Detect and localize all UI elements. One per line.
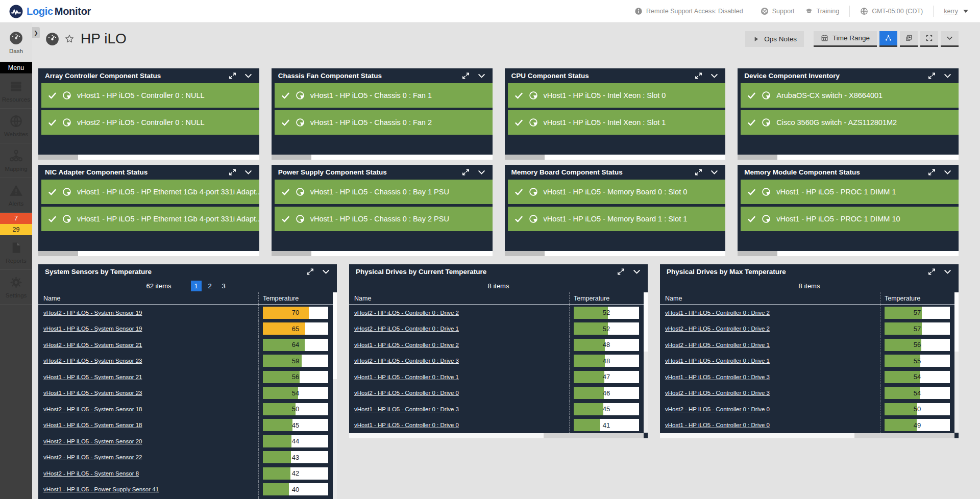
sensor-link[interactable]: vHost1 - HP iLO5 - System Sensor 23 [38, 390, 258, 396]
vertical-scrollbar[interactable] [644, 292, 648, 433]
widget-menu-chevron-icon[interactable] [710, 71, 719, 80]
horizontal-scrollbar[interactable] [660, 433, 954, 438]
sensor-link[interactable]: vHost2 - HP iLO5 - System Sensor 19 [38, 310, 258, 316]
status-item[interactable]: vHost1 - HP iLO5 - Chassis 0 : Bay 1 PSU [275, 180, 493, 204]
status-item[interactable]: vHost1 - HP iLO5 - Memory Board 0 : Slot… [508, 180, 726, 204]
expand-widget-icon[interactable] [927, 267, 936, 276]
widget-menu-chevron-icon[interactable] [943, 267, 952, 276]
expand-widget-icon[interactable] [306, 267, 314, 276]
status-item[interactable]: vHost1 - HP iLO5 - Chassis 0 : Fan 1 [275, 83, 493, 108]
widget-menu-chevron-icon[interactable] [244, 168, 253, 177]
expand-widget-icon[interactable] [461, 71, 470, 80]
expand-widget-icon[interactable] [694, 71, 703, 80]
sidebar-item-websites[interactable]: Websites [0, 109, 32, 143]
sidebar-item-reports[interactable]: Reports [0, 235, 32, 270]
temperature-column-header[interactable]: Temperature [570, 295, 609, 302]
sensor-link[interactable]: vHost2 - HP iLO5 - Controller 0 : Drive … [349, 390, 569, 396]
sensor-link[interactable]: vHost1 - HP iLO5 - Controller 0 : Drive … [349, 406, 569, 412]
horizontal-scrollbar[interactable] [38, 155, 259, 160]
scrollbar-thumb[interactable] [660, 433, 854, 438]
sensor-link[interactable]: vHost1 - HP iLO5 - System Sensor 18 [38, 422, 258, 428]
scrollbar-thumb[interactable] [505, 251, 545, 256]
scrollbar-thumb[interactable] [738, 251, 777, 256]
sensor-link[interactable]: vHost2 - HP iLO5 - Controller 0 : Drive … [660, 342, 880, 348]
expand-widget-icon[interactable] [617, 267, 625, 276]
expand-widget-icon[interactable] [461, 168, 470, 177]
support-link[interactable]: Support [761, 7, 795, 15]
favorite-star-icon[interactable] [64, 34, 75, 44]
status-item[interactable]: vHost1 - HP iLO5 - Intel Xeon : Slot 1 [508, 110, 726, 135]
sidebar-item-alerts[interactable]: Alerts [0, 178, 32, 213]
scrollbar-thumb[interactable] [333, 292, 337, 379]
status-item[interactable]: vHost1 - HP iLO5 - PROC 1 DIMM 1 [741, 180, 959, 204]
sensor-link[interactable]: vHost1 - HP iLO5 - Controller 0 : Drive … [660, 374, 880, 380]
page-button-2[interactable]: 2 [205, 281, 215, 291]
scrollbar-thumb[interactable] [738, 155, 777, 160]
status-item[interactable]: Cisco 3560G switch - AZS112801M2 [741, 110, 959, 135]
header-more-button[interactable] [941, 31, 959, 47]
sensor-link[interactable]: vHost2 - HP iLO5 - System Sensor 18 [38, 406, 258, 412]
horizontal-scrollbar[interactable] [349, 433, 644, 438]
temperature-column-header[interactable]: Temperature [259, 295, 299, 302]
sensor-link[interactable]: vHost2 - HP iLO5 - System Sensor 22 [38, 454, 258, 460]
vertical-scrollbar[interactable] [954, 292, 959, 433]
sidebar-item-menu[interactable]: Menu [0, 62, 32, 74]
user-menu[interactable]: kerry [944, 7, 970, 15]
name-column-header[interactable]: Name [660, 295, 880, 302]
status-item[interactable]: vHost1 - HP iLO5 - Memory Board 1 : Slot… [508, 207, 726, 231]
horizontal-scrollbar[interactable] [505, 251, 726, 256]
page-button-3[interactable]: 3 [218, 281, 229, 291]
name-column-header[interactable]: Name [38, 295, 258, 302]
training-link[interactable]: Training [805, 7, 840, 15]
sensor-link[interactable]: vHost2 - HP iLO5 - System Sensor 20 [38, 438, 258, 444]
status-item[interactable]: vHost1 - HP iLO5 - Intel Xeon : Slot 0 [508, 83, 726, 108]
logicmonitor-logo[interactable]: Logic Monitor [9, 5, 91, 18]
sensor-link[interactable]: vHost1 - HP iLO5 - Controller 0 : Drive … [349, 422, 569, 428]
scrollbar-thumb[interactable] [38, 155, 78, 160]
sidebar-item-settings[interactable]: Settings [0, 270, 32, 305]
expand-widget-icon[interactable] [694, 168, 703, 177]
page-button-1[interactable]: 1 [191, 281, 202, 291]
expand-widget-icon[interactable] [927, 168, 936, 177]
sidebar-item-mapping[interactable]: Mapping [0, 143, 32, 178]
horizontal-scrollbar[interactable] [738, 155, 959, 160]
sensor-link[interactable]: vHost2 - HP iLO5 - Controller 0 : Drive … [660, 406, 880, 412]
sensor-link[interactable]: vHost2 - HP iLO5 - Controller 0 : Drive … [660, 390, 880, 396]
temperature-column-header[interactable]: Temperature [880, 295, 920, 302]
status-item[interactable]: vHost2 - HP iLO5 - Controller 0 : NULL [41, 110, 259, 135]
alert-count-badge-warning[interactable]: 29 [0, 224, 32, 235]
widget-menu-chevron-icon[interactable] [244, 71, 253, 80]
sidebar-collapse-button[interactable]: ❯ [32, 27, 40, 38]
sensor-link[interactable]: vHost2 - HP iLO5 - Controller 0 : Drive … [349, 326, 569, 332]
status-item[interactable]: vHost1 - HP iLO5 - Chassis 0 : Fan 2 [275, 110, 493, 135]
sensor-link[interactable]: vHost1 - HP iLO5 - Controller 0 : Drive … [349, 342, 569, 348]
fullscreen-button[interactable] [920, 31, 938, 47]
horizontal-scrollbar[interactable] [505, 155, 726, 160]
scrollbar-thumb[interactable] [644, 292, 648, 352]
sensor-link[interactable]: vHost2 - HP iLO5 - System Sensor 8 [38, 470, 258, 477]
horizontal-scrollbar[interactable] [38, 251, 259, 256]
status-item[interactable]: vHost1 - HP iLO5 - HP Ethernet 1Gb 4-por… [41, 207, 259, 231]
sensor-link[interactable]: vHost2 - HP iLO5 - System Sensor 23 [38, 358, 258, 364]
widget-menu-chevron-icon[interactable] [632, 267, 641, 276]
scrollbar-thumb[interactable] [954, 292, 959, 352]
vertical-scrollbar[interactable] [333, 292, 337, 499]
status-item[interactable]: vHost1 - HP iLO5 - Chassis 0 : Bay 2 PSU [275, 207, 493, 231]
horizontal-scrollbar[interactable] [272, 155, 493, 160]
time-range-button[interactable]: Time Range [814, 31, 877, 47]
status-item[interactable]: vHost1 - HP iLO5 - HP Ethernet 1Gb 4-por… [41, 180, 259, 204]
alert-count-badge-critical[interactable]: 7 [0, 213, 32, 224]
widget-menu-chevron-icon[interactable] [710, 168, 719, 177]
sensor-link[interactable]: vHost1 - HP iLO5 - System Sensor 21 [38, 374, 258, 380]
status-item[interactable]: vHost1 - HP iLO5 - PROC 1 DIMM 10 [741, 207, 959, 231]
sidebar-item-resources[interactable]: Resources [0, 74, 32, 109]
ops-notes-button[interactable]: Ops Notes [745, 31, 804, 47]
scrollbar-thumb[interactable] [38, 251, 78, 256]
sensor-link[interactable]: vHost1 - HP iLO5 - System Sensor 19 [38, 326, 258, 332]
horizontal-scrollbar[interactable] [272, 251, 493, 256]
scrollbar-thumb[interactable] [349, 433, 544, 438]
status-item[interactable]: vHost1 - HP iLO5 - Controller 0 : NULL [41, 83, 259, 108]
scrollbar-thumb[interactable] [505, 155, 545, 160]
sensor-link[interactable]: vHost2 - HP iLO5 - Controller 0 : Drive … [660, 326, 880, 332]
sensor-link[interactable]: vHost1 - HP iLO5 - Controller 0 : Drive … [660, 310, 880, 316]
